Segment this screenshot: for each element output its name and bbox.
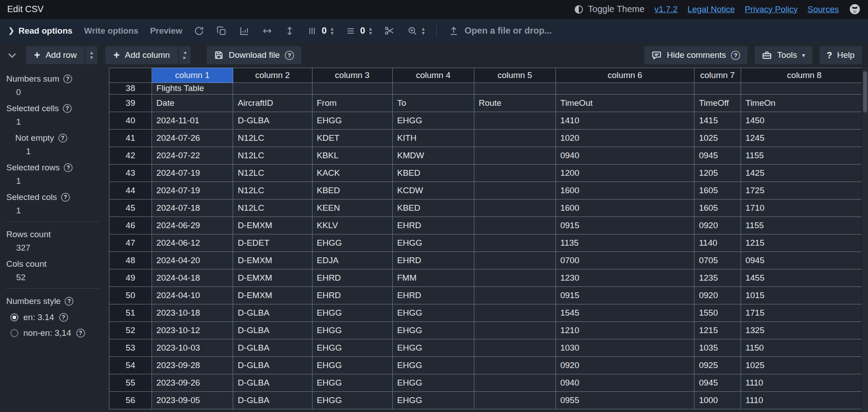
cell[interactable]: 1135: [556, 234, 694, 252]
cell[interactable]: 1215: [741, 234, 868, 252]
row-number[interactable]: 44: [109, 182, 152, 199]
column-header[interactable]: column 8: [741, 68, 868, 83]
cell[interactable]: 1025: [694, 130, 741, 147]
cell[interactable]: 2024-07-19: [152, 165, 233, 182]
cell[interactable]: 1425: [741, 165, 868, 182]
radio-button[interactable]: [10, 329, 18, 337]
cell[interactable]: 1605: [694, 182, 741, 199]
column-header[interactable]: column 1: [152, 68, 233, 83]
cell[interactable]: KDET: [312, 130, 392, 147]
hide-comments-button[interactable]: Hide comments ?: [644, 46, 747, 64]
cell[interactable]: KACK: [312, 165, 392, 182]
cell[interactable]: [474, 339, 556, 357]
cell[interactable]: KMDW: [392, 147, 474, 165]
help-icon[interactable]: ?: [65, 297, 74, 306]
zoom-in-icon[interactable]: [407, 25, 418, 36]
cell[interactable]: 1155: [741, 217, 868, 234]
cell[interactable]: 1200: [556, 165, 694, 182]
cell[interactable]: 0925: [694, 357, 741, 374]
github-icon[interactable]: [849, 3, 861, 15]
help-icon[interactable]: ?: [61, 193, 70, 202]
cell[interactable]: 1205: [694, 165, 741, 182]
help-icon[interactable]: ?: [285, 51, 294, 60]
corner-header-cell[interactable]: [109, 68, 152, 83]
tab-preview[interactable]: Preview: [150, 26, 182, 36]
sources-link[interactable]: Sources: [807, 4, 839, 14]
row-number[interactable]: 54: [109, 357, 152, 374]
cell[interactable]: 1710: [741, 199, 868, 217]
add-column-button[interactable]: + Add column: [105, 46, 178, 64]
cell[interactable]: [474, 112, 556, 130]
row-number[interactable]: 53: [109, 339, 152, 357]
download-file-button[interactable]: Download file ?: [207, 46, 301, 64]
row-number[interactable]: 41: [109, 130, 152, 147]
privacy-policy-link[interactable]: Privacy Policy: [745, 4, 798, 14]
cell[interactable]: 1600: [556, 182, 694, 199]
row-number[interactable]: 49: [109, 269, 152, 287]
cell[interactable]: N12LC: [233, 165, 312, 182]
help-icon[interactable]: ?: [63, 74, 72, 83]
scissors-icon[interactable]: [384, 25, 395, 36]
row-number[interactable]: 47: [109, 234, 152, 252]
legal-notice-link[interactable]: Legal Notice: [687, 4, 735, 14]
cell[interactable]: 2024-07-26: [152, 130, 233, 147]
caret-down-icon[interactable]: ▾: [369, 31, 372, 35]
cell[interactable]: 2023-09-28: [152, 357, 233, 374]
chart-icon[interactable]: [239, 26, 250, 36]
numbers-style-option[interactable]: en: 3.14?: [10, 312, 109, 322]
caret-down-icon[interactable]: ▾: [90, 55, 93, 60]
cell[interactable]: 2024-06-12: [152, 234, 233, 252]
cell[interactable]: 2024-07-19: [152, 182, 233, 199]
cell[interactable]: 1235: [694, 269, 741, 287]
radio-button[interactable]: [10, 313, 18, 321]
cell[interactable]: 1450: [741, 112, 868, 130]
collapse-options-icon[interactable]: [6, 49, 18, 61]
row-number[interactable]: 43: [109, 165, 152, 182]
cell[interactable]: [474, 147, 556, 165]
fixed-columns-icon[interactable]: [307, 26, 317, 36]
cell[interactable]: 1415: [694, 112, 741, 130]
cell[interactable]: From: [312, 95, 392, 112]
copy-icon[interactable]: [216, 26, 227, 36]
cell[interactable]: [474, 252, 556, 269]
cell[interactable]: TimeOff: [694, 95, 741, 112]
help-icon[interactable]: ?: [76, 329, 85, 338]
cell[interactable]: 0945: [694, 147, 741, 165]
cell[interactable]: 1245: [741, 130, 868, 147]
cell[interactable]: [474, 304, 556, 322]
cell[interactable]: EHRD: [392, 252, 474, 269]
cell[interactable]: 1725: [741, 182, 868, 199]
row-number[interactable]: 42: [109, 147, 152, 165]
cell[interactable]: 2024-11-01: [152, 112, 233, 130]
cell[interactable]: D-EMXM: [233, 269, 312, 287]
row-number[interactable]: 50: [109, 287, 152, 304]
cell[interactable]: EHGG: [312, 392, 392, 409]
column-header[interactable]: column 7: [694, 68, 741, 83]
cell[interactable]: 1215: [694, 322, 741, 339]
cell[interactable]: 0705: [694, 252, 741, 269]
cell[interactable]: EDJA: [312, 252, 392, 269]
vertical-scrollbar[interactable]: [862, 68, 868, 412]
cell[interactable]: D-GLBA: [233, 304, 312, 322]
cell[interactable]: 1600: [556, 199, 694, 217]
cell[interactable]: EHGG: [312, 357, 392, 374]
cell[interactable]: [312, 83, 392, 95]
cell[interactable]: Date: [152, 95, 233, 112]
cell[interactable]: D-GLBA: [233, 339, 312, 357]
cell[interactable]: 0920: [694, 217, 741, 234]
row-number[interactable]: 56: [109, 392, 152, 409]
cell[interactable]: EHGG: [312, 339, 392, 357]
row-number[interactable]: 48: [109, 252, 152, 269]
help-icon[interactable]: ?: [64, 163, 73, 172]
cell[interactable]: 1030: [556, 339, 694, 357]
cell[interactable]: 2024-06-29: [152, 217, 233, 234]
cell[interactable]: EHRD: [392, 287, 474, 304]
cell[interactable]: KBED: [392, 165, 474, 182]
cell[interactable]: Flights Table: [152, 83, 233, 95]
cell[interactable]: 0945: [741, 252, 868, 269]
cell[interactable]: EHGG: [312, 322, 392, 339]
open-file-dropzone[interactable]: Open a file or drop...: [448, 26, 551, 36]
cell[interactable]: EHGG: [392, 374, 474, 392]
cell[interactable]: EHGG: [392, 392, 474, 409]
cell[interactable]: [474, 234, 556, 252]
